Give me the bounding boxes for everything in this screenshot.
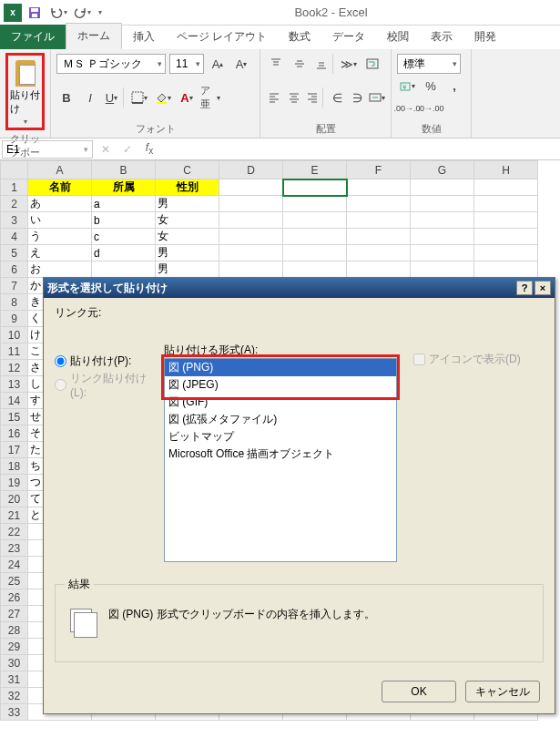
percent-button[interactable]: % (421, 77, 441, 97)
cancel-button[interactable]: キャンセル (465, 681, 540, 702)
cell[interactable]: 女 (156, 229, 219, 245)
format-option[interactable]: 図 (GIF) (165, 394, 396, 411)
orientation-button[interactable]: ≫▾ (339, 54, 359, 74)
dialog-close-button[interactable]: × (535, 281, 551, 295)
row-header[interactable]: 14 (1, 393, 28, 409)
tab-formulas[interactable]: 数式 (278, 25, 321, 49)
cell[interactable] (283, 179, 347, 196)
align-top-button[interactable] (266, 54, 286, 74)
row-header[interactable]: 25 (1, 573, 28, 589)
align-center-button[interactable] (286, 87, 302, 108)
cell[interactable] (219, 212, 283, 229)
column-header[interactable]: E (283, 161, 347, 179)
column-header[interactable]: F (347, 161, 411, 179)
row-header[interactable]: 19 (1, 475, 28, 491)
format-option[interactable]: 図 (JPEG) (165, 376, 396, 394)
font-name-combo[interactable]: ＭＳ Ｐゴシック (56, 54, 166, 74)
row-header[interactable]: 21 (1, 507, 28, 524)
decrease-indent-button[interactable]: ∈ (329, 87, 345, 108)
row-header[interactable]: 16 (1, 425, 28, 442)
row-header[interactable]: 20 (1, 491, 28, 507)
cell[interactable] (411, 212, 474, 229)
cell[interactable] (347, 229, 411, 245)
cell[interactable] (411, 245, 474, 261)
tab-page-layout[interactable]: ページ レイアウト (166, 25, 278, 49)
tab-developer[interactable]: 開発 (463, 25, 507, 49)
row-header[interactable]: 18 (1, 458, 28, 475)
cell[interactable] (411, 229, 474, 245)
cell[interactable]: う (28, 229, 92, 245)
cell[interactable] (474, 245, 538, 261)
dialog-title-bar[interactable]: 形式を選択して貼り付け ? × (44, 278, 555, 298)
underline-button[interactable]: U ▾ (104, 87, 124, 108)
tab-file[interactable]: ファイル (0, 25, 66, 49)
fill-color-button[interactable]: ▾ (153, 87, 173, 108)
align-right-button[interactable] (306, 87, 323, 108)
save-button[interactable] (24, 2, 46, 24)
ok-button[interactable]: OK (382, 681, 456, 702)
merge-button[interactable]: ▾ (369, 87, 385, 108)
border-button[interactable]: ▾ (129, 87, 149, 108)
redo-button[interactable]: ▾ (71, 2, 93, 24)
cell[interactable] (283, 212, 347, 229)
row-header[interactable]: 24 (1, 557, 28, 573)
cell[interactable] (283, 261, 347, 278)
dialog-help-button[interactable]: ? (516, 281, 533, 295)
row-header[interactable]: 17 (1, 442, 28, 458)
row-header[interactable]: 7 (1, 278, 28, 294)
cell[interactable]: お (28, 261, 92, 278)
format-option[interactable]: ビットマップ (165, 428, 396, 446)
row-header[interactable]: 27 (1, 606, 28, 622)
number-format-combo[interactable]: 標準 (397, 54, 461, 74)
row-header[interactable]: 29 (1, 639, 28, 655)
cell[interactable] (283, 196, 347, 212)
row-header[interactable]: 2 (1, 196, 28, 212)
cell[interactable]: 男 (156, 245, 219, 261)
tab-review[interactable]: 校閲 (376, 25, 420, 49)
fx-button[interactable]: fx (138, 141, 160, 156)
cell[interactable]: 所属 (92, 179, 156, 196)
tab-view[interactable]: 表示 (420, 25, 463, 49)
font-color-button[interactable]: A▾ (177, 87, 197, 108)
row-header[interactable]: 31 (1, 671, 28, 688)
cell[interactable] (92, 261, 156, 278)
row-header[interactable]: 28 (1, 622, 28, 639)
cell[interactable]: 男 (156, 196, 219, 212)
row-header[interactable]: 3 (1, 212, 28, 229)
align-left-button[interactable] (266, 87, 282, 108)
cell[interactable]: b (92, 212, 156, 229)
cell[interactable] (474, 229, 538, 245)
row-header[interactable]: 23 (1, 540, 28, 557)
cell[interactable]: え (28, 245, 92, 261)
column-header[interactable]: H (474, 161, 538, 179)
cell[interactable] (219, 229, 283, 245)
cell[interactable] (347, 212, 411, 229)
tab-home[interactable]: ホーム (66, 23, 122, 49)
row-header[interactable]: 5 (1, 245, 28, 261)
tab-data[interactable]: データ (321, 25, 376, 49)
cell[interactable] (474, 261, 538, 278)
row-header[interactable]: 15 (1, 409, 28, 425)
cell[interactable]: a (92, 196, 156, 212)
cell[interactable] (219, 245, 283, 261)
row-header[interactable]: 30 (1, 655, 28, 671)
increase-font-button[interactable]: A▴ (208, 54, 228, 74)
formula-input[interactable] (160, 140, 560, 159)
cell[interactable] (219, 261, 283, 278)
cell[interactable]: あ (28, 196, 92, 212)
cell[interactable]: い (28, 212, 92, 229)
format-option[interactable]: Microsoft Office 描画オブジェクト (165, 446, 396, 463)
column-header[interactable]: A (28, 161, 92, 179)
row-header[interactable]: 9 (1, 311, 28, 327)
row-header[interactable]: 8 (1, 294, 28, 311)
decrease-font-button[interactable]: A▾ (231, 54, 251, 74)
row-header[interactable]: 1 (1, 179, 28, 196)
cell[interactable] (219, 179, 283, 196)
bold-button[interactable]: B (56, 87, 76, 108)
cell[interactable] (347, 179, 411, 196)
currency-button[interactable]: ¥▾ (397, 77, 417, 97)
align-middle-button[interactable] (290, 54, 310, 74)
cell[interactable] (219, 196, 283, 212)
row-header[interactable]: 22 (1, 524, 28, 540)
row-header[interactable]: 33 (1, 704, 28, 721)
